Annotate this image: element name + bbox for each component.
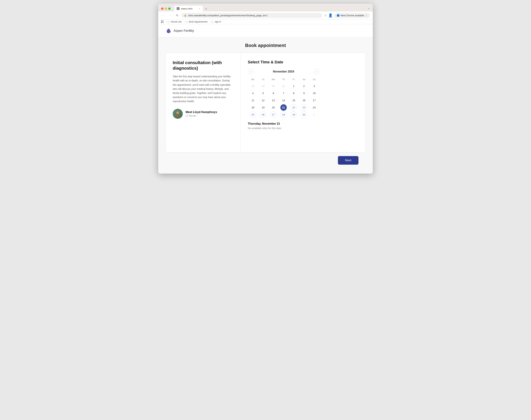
day-header-we: We <box>268 77 278 81</box>
site-header: Aspen Fertility <box>158 24 373 37</box>
calendar-date-w0-d5[interactable]: 2 <box>301 83 307 89</box>
calendar-date-w0-d4[interactable]: 1 <box>290 83 297 89</box>
bookmark-star-icon[interactable]: ☆ <box>324 13 327 17</box>
calendar-date-w3-d4[interactable]: 22 <box>290 104 297 111</box>
active-tab[interactable]: wawa clinic × <box>174 6 203 11</box>
bookmark-secret-link[interactable]: ⬚⬚ Secret Link <box>166 21 182 23</box>
calendar-date-w4-d3[interactable]: 28 <box>280 111 287 118</box>
day-header-mo: Mo <box>248 77 258 81</box>
back-button[interactable]: ← <box>161 13 166 18</box>
calendar-date-w4-d6: 1 <box>311 111 317 118</box>
new-tab-button[interactable]: + <box>203 6 209 11</box>
logo-area: Aspen Fertility <box>165 28 194 34</box>
calendar-prev-button[interactable]: ‹ <box>248 69 254 75</box>
day-header-th: Th <box>278 77 289 81</box>
calendar-date-w1-d2[interactable]: 6 <box>270 90 277 96</box>
chrome-icon: 🔵 <box>337 14 339 17</box>
bottom-action: Next <box>165 152 366 168</box>
calendar-date-w0-d0: 28 <box>250 83 256 89</box>
page-title: Book appointment <box>165 43 366 48</box>
doctor-avatar <box>173 109 183 119</box>
doctor-info: Meet Lloyd Humphreys 🕐 60 min <box>173 109 233 119</box>
maximize-button[interactable] <box>168 7 171 10</box>
logo-icon <box>165 28 172 34</box>
refresh-button[interactable]: ↻ <box>175 13 180 18</box>
calendar-date-w1-d3[interactable]: 7 <box>280 90 287 96</box>
calendar-date-w1-d6[interactable]: 10 <box>311 90 317 96</box>
calendar-date-w2-d1[interactable]: 12 <box>260 97 266 104</box>
traffic-lights <box>161 7 171 10</box>
calendar-date-w3-d6[interactable]: 24 <box>311 104 317 111</box>
avatar-image <box>173 109 183 119</box>
calendar-date-w4-d1[interactable]: 26 <box>260 111 266 118</box>
window-chevron-icon: ⌄ <box>368 6 370 11</box>
calendar-date-w0-d1: 29 <box>260 83 266 89</box>
day-header-tu: Tu <box>258 77 268 81</box>
apps-grid-icon <box>161 21 164 23</box>
url-text: clinic.wawafertility.com/patient_portal/… <box>188 14 320 17</box>
calendar-date-w2-d0[interactable]: 11 <box>250 97 256 104</box>
close-button[interactable] <box>161 7 163 10</box>
calendar-date-w4-d2[interactable]: 27 <box>270 111 277 118</box>
calendar-grid: Mo Tu We Th Fr Sa Su 2829303112345678910… <box>248 77 319 118</box>
tab-favicon <box>177 7 179 10</box>
calendar-date-w3-d3[interactable]: 21 <box>280 104 287 111</box>
calendar-month-year: November 2024 <box>273 70 294 73</box>
bookmark-signin[interactable]: ⬚⬚ sign in <box>210 21 221 23</box>
calendar-date-w1-d4[interactable]: 8 <box>290 90 297 96</box>
forward-button[interactable]: → <box>168 13 173 18</box>
duration-label: 60 min <box>189 114 196 117</box>
calendar-date-w3-d2[interactable]: 20 <box>270 104 277 111</box>
calendar-date-w4-d5[interactable]: 30 <box>301 111 307 118</box>
calendar-dates: 2829303112345678910111213141516171819202… <box>248 83 319 118</box>
calendar-date-w2-d5[interactable]: 16 <box>301 97 307 104</box>
calendar-days-header: Mo Tu We Th Fr Sa Su <box>248 77 319 81</box>
tab-close-icon[interactable]: × <box>199 7 200 10</box>
profile-icon[interactable]: 👤 <box>328 13 333 17</box>
doctor-duration: 🕐 60 min <box>186 114 217 117</box>
consultation-title: Initial consultation (with diagnostics) <box>173 60 233 71</box>
calendar-date-w0-d6[interactable]: 3 <box>311 83 317 89</box>
url-bar[interactable]: 🔒 clinic.wawafertility.com/patient_porta… <box>181 13 322 18</box>
address-bar: ← → ↻ 🔒 clinic.wawafertility.com/patient… <box>158 11 373 19</box>
bookmark-favicon-3: ⬚⬚ <box>210 21 214 23</box>
page-content: Aspen Fertility Book appointment Initial… <box>158 24 373 174</box>
apps-button[interactable] <box>161 21 164 23</box>
tab-bar: wawa clinic × + <box>174 6 365 11</box>
calendar-date-w2-d2[interactable]: 13 <box>270 97 277 104</box>
select-datetime-title: Select Time & Date <box>248 60 358 64</box>
bookmark-favicon-2: ⬚⬚ <box>185 21 188 23</box>
no-slots-text: No available slots for this date. <box>248 127 358 130</box>
calendar: ‹ November 2024 › Mo Tu We Th Fr S <box>248 69 319 118</box>
calendar-next-button[interactable]: › <box>314 69 319 75</box>
avatar-svg <box>175 111 181 117</box>
left-panel: Initial consultation (with diagnostics) … <box>166 53 241 152</box>
chrome-available-button[interactable]: 🔵 New Chrome available ⋮ <box>334 13 370 18</box>
calendar-date-w2-d6[interactable]: 17 <box>311 97 317 104</box>
next-button[interactable]: Next <box>338 156 358 165</box>
calendar-date-w0-d2: 30 <box>270 83 277 89</box>
calendar-date-w0-d3: 31 <box>280 83 287 89</box>
calendar-date-w3-d0[interactable]: 18 <box>250 104 256 111</box>
bookmark-appointments[interactable]: ⬚⬚ Book Appointments <box>185 21 207 23</box>
calendar-date-w4-d0[interactable]: 25 <box>250 111 256 118</box>
svg-rect-3 <box>177 113 179 113</box>
bookmark-label-appointments: Book Appointments <box>189 21 207 23</box>
calendar-date-w1-d0[interactable]: 4 <box>250 90 256 96</box>
calendar-date-w1-d1[interactable]: 5 <box>260 90 266 96</box>
title-bar: wawa clinic × + ⌄ <box>158 4 373 11</box>
logo-text: Aspen Fertility <box>174 29 194 33</box>
calendar-date-w2-d4[interactable]: 15 <box>290 97 297 104</box>
right-panel: Select Time & Date ‹ November 2024 › Mo … <box>241 53 365 152</box>
minimize-button[interactable] <box>165 7 167 10</box>
calendar-date-w2-d3[interactable]: 14 <box>280 97 287 104</box>
bookmark-favicon-1: ⬚⬚ <box>166 21 170 23</box>
calendar-date-w3-d5[interactable]: 23 <box>301 104 307 111</box>
calendar-date-w4-d4[interactable]: 29 <box>290 111 297 118</box>
calendar-date-w1-d5[interactable]: 9 <box>301 90 307 96</box>
clock-icon: 🕐 <box>186 114 188 117</box>
svg-point-1 <box>176 114 180 117</box>
more-options-icon: ⋮ <box>365 14 367 17</box>
day-header-sa: Sa <box>299 77 309 81</box>
calendar-date-w3-d1[interactable]: 19 <box>260 104 266 111</box>
